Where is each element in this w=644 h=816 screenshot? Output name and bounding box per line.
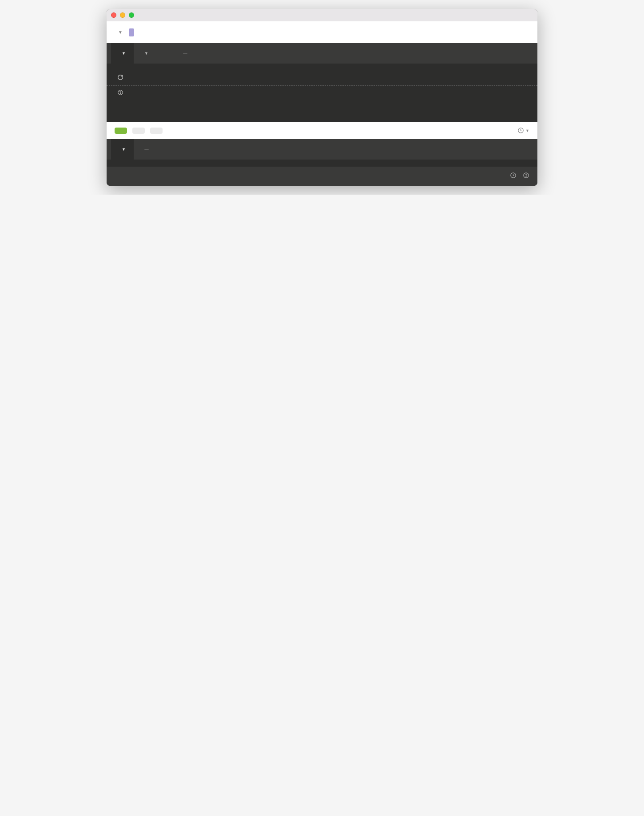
app-window: ▼ ▼ ▼ [107, 9, 537, 186]
tab-auth[interactable]: ▼ [134, 43, 156, 64]
svg-point-1 [120, 93, 121, 94]
chevron-down-icon: ▼ [118, 30, 123, 35]
close-window-icon[interactable] [111, 12, 116, 18]
tab-resp-header-badge [144, 149, 149, 150]
tab-preview[interactable]: ▼ [111, 139, 134, 160]
query-editor[interactable] [107, 64, 537, 71]
url-variable [129, 28, 134, 36]
clock-icon[interactable] [510, 172, 517, 180]
schema-status [107, 71, 537, 86]
tab-query[interactable] [156, 43, 172, 64]
tab-resp-header[interactable] [134, 139, 157, 160]
footer-bar [107, 167, 537, 186]
traffic-lights [111, 12, 134, 18]
http-method-dropdown[interactable]: ▼ [115, 30, 123, 35]
help-icon[interactable] [117, 89, 123, 97]
chevron-down-icon: ▼ [122, 147, 126, 152]
line-number [107, 102, 129, 109]
history-dropdown[interactable]: ▼ [517, 127, 529, 134]
url-input[interactable] [129, 28, 522, 37]
titlebar [107, 9, 537, 21]
tab-header-badge [183, 53, 187, 54]
help-icon[interactable] [523, 172, 529, 180]
response-viewer[interactable] [107, 160, 537, 167]
query-variables-header[interactable] [107, 86, 537, 99]
query-variables-editor[interactable] [107, 99, 537, 113]
request-tabs: ▼ ▼ [107, 43, 537, 64]
status-pill [115, 128, 127, 134]
tab-docs[interactable] [195, 43, 211, 64]
prettify-button[interactable] [107, 113, 537, 122]
tab-cookie[interactable] [157, 139, 173, 160]
tab-header[interactable] [172, 43, 195, 64]
chevron-down-icon: ▼ [144, 51, 148, 56]
chevron-down-icon: ▼ [122, 51, 126, 56]
minimize-window-icon[interactable] [120, 12, 125, 18]
url-bar: ▼ [107, 21, 537, 43]
response-status-bar: ▼ [107, 122, 537, 139]
zoom-window-icon[interactable] [129, 12, 134, 18]
time-pill [132, 128, 145, 134]
refresh-icon[interactable] [117, 74, 123, 82]
svg-point-5 [526, 176, 526, 177]
response-tabs: ▼ [107, 139, 537, 160]
size-pill [150, 128, 163, 134]
tab-graphql[interactable]: ▼ [111, 43, 134, 64]
tab-timeline[interactable] [173, 139, 189, 160]
